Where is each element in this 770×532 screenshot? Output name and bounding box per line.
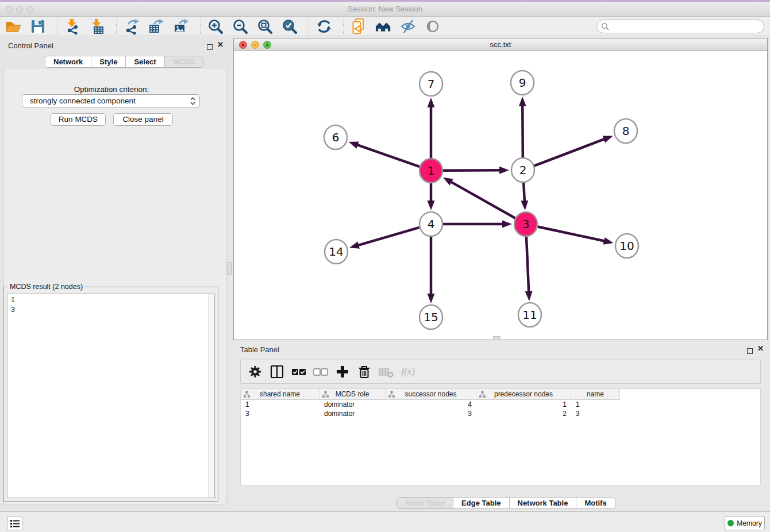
list-icon xyxy=(10,519,20,528)
table-toolbar: f(x) xyxy=(240,360,761,384)
tab-network[interactable]: Network xyxy=(45,56,91,67)
run-mcds-button[interactable]: Run MCDS xyxy=(51,113,106,126)
home-icon[interactable] xyxy=(375,18,391,34)
close-table-panel-icon[interactable]: ✕ xyxy=(757,346,764,352)
mcds-result-text[interactable]: 1 3 xyxy=(7,294,215,498)
app-titlebar: Session: New Session xyxy=(0,2,770,17)
graph-node-label-3: 3 xyxy=(522,217,530,231)
mcds-result-scrollbar[interactable] xyxy=(208,294,214,498)
close-panel-button[interactable]: Close panel xyxy=(113,113,173,126)
attribute-icon xyxy=(322,391,329,398)
cell-successor-nodes[interactable]: 4 xyxy=(386,400,476,409)
main-toolbar xyxy=(0,17,770,36)
criterion-select[interactable]: strongly connected component xyxy=(22,94,200,107)
column-header-shared-name[interactable]: shared name xyxy=(241,389,319,400)
task-history-button[interactable] xyxy=(7,516,22,530)
close-panel-icon[interactable]: ✕ xyxy=(217,42,224,48)
import-table-icon[interactable] xyxy=(89,18,105,34)
tab-mcds[interactable]: MCDS xyxy=(165,56,203,67)
graph-edge-2-9[interactable] xyxy=(522,106,523,158)
zoom-in-icon[interactable] xyxy=(207,18,224,34)
graph-edge-2-8[interactable] xyxy=(534,139,605,165)
column-header-name[interactable]: name xyxy=(571,389,620,400)
attribute-icon xyxy=(388,391,395,398)
cell-name[interactable]: 3 xyxy=(571,409,620,418)
cell-shared-name[interactable]: 3 xyxy=(241,409,319,418)
node-table[interactable]: shared name MCDS role successor nodes pr… xyxy=(240,388,761,485)
control-panel-title: Control Panel xyxy=(8,41,53,50)
mcds-result-fieldset: MCDS result (2 nodes) 1 3 xyxy=(3,287,218,502)
split-table-icon[interactable] xyxy=(268,363,286,380)
add-row-icon[interactable] xyxy=(334,363,351,380)
zoom-window-button[interactable] xyxy=(26,6,33,13)
graph-edge-1-6[interactable] xyxy=(357,145,419,167)
cell-successor-nodes[interactable]: 3 xyxy=(386,409,476,418)
network-minimize-button[interactable]: − xyxy=(251,41,259,49)
cell-name[interactable]: 1 xyxy=(571,400,620,409)
cell-shared-name[interactable]: 1 xyxy=(241,400,319,409)
export-table-icon[interactable] xyxy=(148,18,164,34)
graph-edge-4-14[interactable] xyxy=(358,228,419,245)
tab-network-table[interactable]: Network Table xyxy=(510,498,577,508)
hide-graphics-details-icon[interactable] xyxy=(400,18,416,34)
control-panel-tabs: Network Style Select MCDS xyxy=(45,56,203,68)
graph-edge-1-2[interactable] xyxy=(443,170,500,171)
network-close-button[interactable]: × xyxy=(239,41,247,49)
cell-mcds-role[interactable]: dominator xyxy=(319,400,386,409)
network-canvas[interactable]: 7968124314101511 xyxy=(234,51,767,339)
float-table-panel-icon[interactable] xyxy=(747,346,753,356)
table-panel-title: Table Panel xyxy=(240,345,279,354)
save-session-icon[interactable] xyxy=(30,18,46,34)
toolbar-separator xyxy=(343,19,344,34)
zoom-fit-icon[interactable] xyxy=(257,18,273,34)
deselect-all-icon[interactable] xyxy=(312,363,329,380)
cell-predecessor-nodes[interactable]: 2 xyxy=(476,409,571,418)
memory-button[interactable]: Memory xyxy=(725,516,765,530)
table-row[interactable]: 1 dominator 4 1 1 xyxy=(241,400,760,409)
horizontal-splitter-grip[interactable] xyxy=(493,336,500,340)
graph-node-label-8: 8 xyxy=(622,124,630,138)
column-header-successor-nodes[interactable]: successor nodes xyxy=(386,389,476,400)
network-view-window: × − + scc.txt 7968124314101511 xyxy=(233,38,768,340)
optimization-criterion-label: Optimization criterion: xyxy=(0,85,223,94)
minimize-window-button[interactable] xyxy=(16,6,23,13)
function-builder-icon[interactable]: f(x) xyxy=(399,363,417,380)
network-graph[interactable]: 7968124314101511 xyxy=(234,51,767,339)
graph-edge-3-11[interactable] xyxy=(526,236,529,292)
tab-node-table[interactable]: Node Table xyxy=(397,498,453,508)
show-graphics-details-icon[interactable] xyxy=(425,18,441,34)
column-settings-icon[interactable] xyxy=(247,363,264,380)
graph-edge-2-3[interactable] xyxy=(523,182,525,201)
graph-node-label-2: 2 xyxy=(519,163,527,177)
export-image-icon[interactable] xyxy=(173,18,189,34)
delete-row-icon[interactable] xyxy=(356,363,373,380)
zoom-out-icon[interactable] xyxy=(232,18,248,34)
tab-style[interactable]: Style xyxy=(91,56,126,67)
tab-select[interactable]: Select xyxy=(126,56,164,67)
refresh-icon[interactable] xyxy=(316,18,332,34)
network-window-titlebar[interactable]: × − + scc.txt xyxy=(234,38,767,51)
toolbar-separator xyxy=(309,19,309,34)
table-row[interactable]: 3 dominator 3 2 3 xyxy=(241,409,760,418)
tab-edge-table[interactable]: Edge Table xyxy=(453,498,509,508)
graph-edge-3-10[interactable] xyxy=(538,226,605,241)
zoom-selected-icon[interactable] xyxy=(282,18,298,34)
export-network-icon[interactable] xyxy=(124,18,140,34)
graph-edge-3-1[interactable] xyxy=(451,182,515,218)
search-input[interactable] xyxy=(596,20,764,33)
select-all-icon[interactable] xyxy=(290,363,307,380)
cell-predecessor-nodes[interactable]: 1 xyxy=(476,400,571,409)
close-window-button[interactable] xyxy=(6,6,13,13)
search-icon xyxy=(601,22,609,30)
vertical-splitter-grip[interactable] xyxy=(227,262,232,275)
tab-motifs[interactable]: Motifs xyxy=(576,498,614,508)
clone-network-icon[interactable] xyxy=(351,18,367,34)
network-zoom-button[interactable]: + xyxy=(263,41,271,49)
column-header-predecessor-nodes[interactable]: predecessor nodes xyxy=(476,389,571,400)
float-panel-icon[interactable] xyxy=(207,42,213,52)
cell-mcds-role[interactable]: dominator xyxy=(319,409,386,418)
open-session-icon[interactable] xyxy=(5,18,21,34)
import-network-icon[interactable] xyxy=(64,18,80,34)
column-header-mcds-role[interactable]: MCDS role xyxy=(319,389,386,400)
delete-table-icon[interactable] xyxy=(378,363,395,380)
